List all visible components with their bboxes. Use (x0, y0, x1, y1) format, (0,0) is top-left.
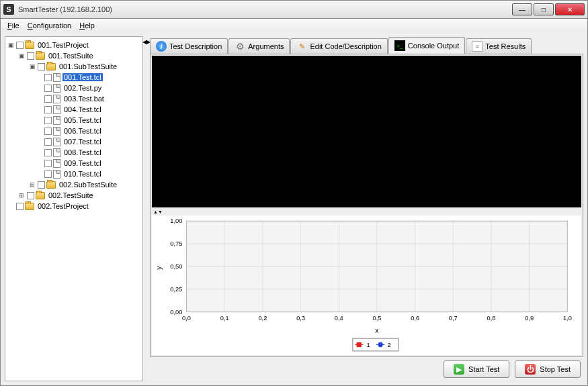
tree-node-test[interactable]: 004.Test.tcl (7, 104, 141, 115)
file-icon (53, 95, 60, 103)
button-label: Start Test (468, 365, 499, 373)
tree-node-test[interactable]: 007.Test.tcl (7, 136, 141, 147)
tab-edit-code[interactable]: ✎ Edit Code/Description (290, 38, 387, 54)
checkbox[interactable] (38, 63, 45, 70)
expander-icon[interactable]: ▣ (28, 63, 36, 70)
file-icon (53, 159, 60, 168)
tree-label: 001.TestSuite (47, 52, 95, 60)
tree-label: 007.Test.tcl (62, 138, 103, 146)
tab-test-description[interactable]: i Test Description (150, 38, 228, 54)
checkbox[interactable] (44, 74, 52, 81)
expander-icon[interactable]: ⊞ (28, 181, 36, 188)
minimize-button[interactable]: — (512, 3, 532, 15)
tab-test-results[interactable]: ≡ Test Results (466, 38, 532, 54)
console-output[interactable] (152, 56, 581, 207)
checkbox[interactable] (44, 160, 52, 167)
info-icon: i (156, 41, 167, 52)
window-titlebar: S SmartTester (192.168.2.100) — □ ✕ (0, 0, 588, 19)
tree-label: 006.Test.tcl (62, 127, 103, 135)
tree-node-subsuite[interactable]: ⊞ 002.SubTestSuite (7, 179, 141, 190)
test-tree[interactable]: ▣ 001.TestProject ▣ 001.TestSuite ▣ 001.… (5, 36, 143, 381)
expander-icon[interactable]: ▣ (17, 52, 26, 59)
tree-node-project[interactable]: ▣ 001.TestProject (7, 40, 141, 50)
tree-node-suite[interactable]: ▣ 001.TestSuite (7, 50, 141, 61)
svg-text:0,9: 0,9 (525, 315, 534, 322)
checkbox[interactable] (27, 192, 34, 199)
tree-label: 004.Test.tcl (62, 105, 103, 113)
tree-node-test[interactable]: 010.Test.tcl (7, 168, 141, 179)
tree-node-subsuite[interactable]: ▣ 001.SubTestSuite (7, 61, 141, 72)
checkbox[interactable] (44, 149, 52, 156)
edit-icon: ✎ (296, 41, 307, 52)
svg-text:0,5: 0,5 (373, 315, 382, 322)
checkbox[interactable] (44, 117, 52, 124)
checkbox[interactable] (44, 171, 52, 178)
svg-text:0,8: 0,8 (487, 315, 496, 322)
tree-label: 008.Test.tcl (62, 148, 103, 156)
close-button[interactable]: ✕ (555, 3, 585, 15)
svg-text:0,75: 0,75 (170, 240, 182, 247)
checkbox[interactable] (38, 181, 45, 189)
svg-text:0,6: 0,6 (411, 315, 419, 322)
window-title: SmartTester (192.168.2.100) (18, 5, 512, 13)
checkbox[interactable] (44, 95, 52, 103)
expander-icon[interactable]: ▣ (7, 42, 15, 48)
file-icon (53, 170, 60, 179)
tree-node-test[interactable]: 008.Test.tcl (7, 147, 141, 158)
content-area: ▲▼ 0,00,10,20,30,40,50,60,70,80,91,0 0,0… (150, 54, 583, 357)
vertical-splitter[interactable]: ◀▶ (143, 36, 150, 381)
checkbox[interactable] (44, 106, 52, 113)
tree-node-test[interactable]: 001.Test.tcl (7, 72, 141, 83)
checkbox[interactable] (44, 128, 52, 135)
tab-label: Arguments (248, 42, 284, 50)
tab-console-output[interactable]: >_ Console Output (388, 37, 465, 54)
svg-text:0,0: 0,0 (182, 315, 191, 322)
stop-test-button[interactable]: ⏻ Stop Test (515, 360, 581, 378)
tree-node-project[interactable]: 002.TestProject (7, 201, 141, 211)
checkbox[interactable] (27, 52, 34, 60)
file-icon (53, 116, 60, 125)
tree-node-suite[interactable]: ⊞ 002.TestSuite (7, 190, 141, 201)
tree-node-test[interactable]: 003.Test.bat (7, 93, 141, 104)
svg-text:0,2: 0,2 (258, 315, 267, 322)
tree-node-test[interactable]: 006.Test.tcl (7, 126, 141, 136)
checkbox[interactable] (16, 42, 24, 49)
tree-label: 002.SubTestSuite (58, 181, 118, 189)
svg-text:0,50: 0,50 (170, 263, 182, 270)
chart: 0,00,10,20,30,40,50,60,70,80,91,0 0,000,… (152, 215, 581, 355)
file-icon (53, 148, 60, 157)
app-icon: S (3, 4, 14, 15)
tree-label: 002.Test.py (62, 84, 103, 92)
tree-label: 005.Test.tcl (62, 116, 103, 124)
folder-icon (25, 42, 34, 49)
button-bar: ▶ Start Test ⏻ Stop Test (150, 357, 583, 381)
tab-label: Test Description (169, 42, 222, 50)
tree-label: 003.Test.bat (62, 95, 106, 103)
tab-bar: i Test Description ⚙ Arguments ✎ Edit Co… (150, 36, 583, 54)
expander-icon[interactable]: ⊞ (17, 192, 26, 199)
horizontal-splitter[interactable]: ▲▼ (151, 209, 583, 215)
svg-text:0,7: 0,7 (449, 315, 458, 322)
menu-help[interactable]: Help (77, 21, 97, 30)
folder-icon (46, 63, 56, 70)
tree-node-test[interactable]: 009.Test.tcl (7, 158, 141, 168)
tree-label: 002.TestProject (36, 202, 90, 210)
menu-file[interactable]: File (5, 21, 22, 30)
checkbox[interactable] (44, 138, 52, 146)
start-test-button[interactable]: ▶ Start Test (444, 360, 509, 378)
tab-arguments[interactable]: ⚙ Arguments (228, 38, 290, 54)
stop-icon: ⏻ (525, 364, 536, 375)
tree-node-test[interactable]: 005.Test.tcl (7, 115, 141, 126)
legend-label-1: 1 (367, 341, 370, 348)
svg-text:0,1: 0,1 (220, 315, 229, 322)
tree-label: 001.TestProject (36, 41, 90, 49)
checkbox[interactable] (44, 85, 52, 92)
checkbox[interactable] (16, 203, 24, 210)
folder-icon (25, 203, 34, 210)
tree-label: 010.Test.tcl (62, 170, 103, 178)
y-axis-label: y (155, 265, 163, 269)
menu-configuration[interactable]: Configuration (25, 21, 74, 30)
tree-node-test[interactable]: 002.Test.py (7, 83, 141, 93)
button-label: Stop Test (540, 365, 571, 373)
maximize-button[interactable]: □ (534, 3, 554, 15)
